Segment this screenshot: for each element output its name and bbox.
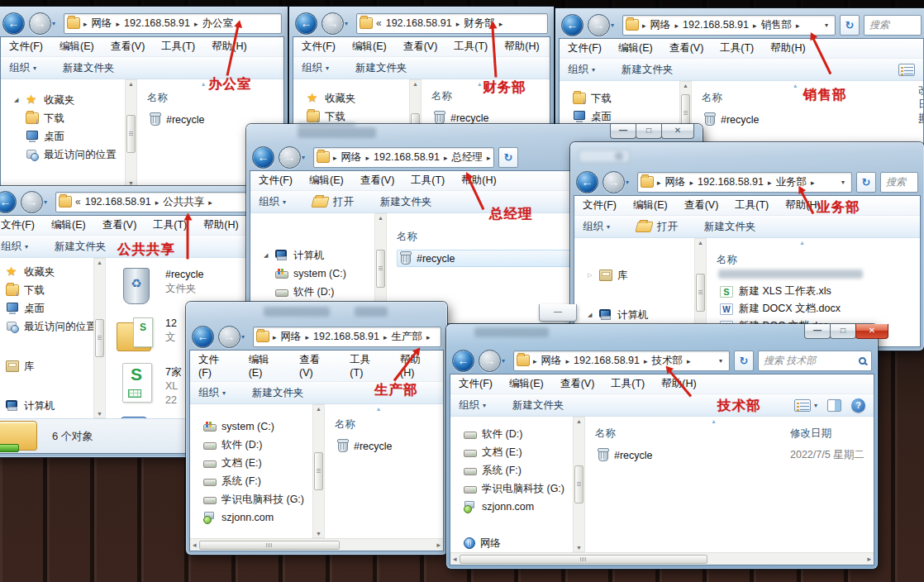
file-xls[interactable]: 新建 XLS 工作表.xls [717, 283, 917, 300]
crumb-ip[interactable]: 192.168.58.91 [682, 19, 750, 31]
file-recycle[interactable]: #recycle2022/7/5 星期二 [595, 446, 870, 464]
crumb-network[interactable]: 网络 [650, 18, 672, 32]
expander-icon[interactable] [14, 97, 21, 103]
sidebar-item-libraries[interactable]: 库 [0, 357, 93, 375]
scroll-left-icon[interactable] [193, 541, 197, 549]
back-button[interactable] [192, 326, 214, 348]
refresh-button[interactable] [734, 351, 754, 371]
column-name[interactable]: 名称 [595, 427, 616, 441]
forward-button[interactable] [21, 191, 43, 213]
sidebar-item-network[interactable]: 网络 [450, 534, 573, 552]
crumb-ip[interactable]: 192.168.58.91 [123, 17, 191, 29]
history-dropdown-icon[interactable] [626, 179, 633, 186]
forward-button[interactable] [479, 350, 501, 372]
address-dropdown-icon[interactable] [837, 179, 849, 186]
menu-view[interactable]: 查看(V) [111, 40, 145, 54]
file-docx[interactable]: 新建 DOCX 文档.docx [717, 300, 917, 317]
scroll-right-icon[interactable] [436, 541, 441, 549]
back-button[interactable] [295, 12, 317, 35]
history-dropdown-icon[interactable] [345, 20, 352, 27]
back-button[interactable] [452, 350, 474, 372]
back-button[interactable] [576, 171, 598, 193]
sidebar-item-szjonn[interactable]: szjonn.com [190, 508, 312, 527]
scroll-down-icon[interactable] [316, 531, 321, 537]
title-bar[interactable]: — □ ✕ [450, 324, 874, 347]
sidebar-item-libraries[interactable]: 库 [574, 266, 694, 284]
scroll-thumb[interactable] [574, 465, 583, 503]
sidebar-item-desktop[interactable]: 桌面 [1, 127, 125, 146]
menu-view[interactable]: 查看(V) [560, 377, 595, 391]
menu-help[interactable]: 帮助(H) [203, 218, 238, 232]
expander-icon[interactable] [588, 312, 594, 318]
crumb-folder[interactable]: 销售部 [760, 18, 793, 32]
menu-help[interactable]: 帮助(H) [770, 41, 805, 55]
address-bar[interactable]: 网络 192.168.58.91 业务部 [637, 172, 852, 193]
scroll-up-icon[interactable] [698, 240, 703, 246]
scrollbar-vertical[interactable] [93, 258, 106, 418]
column-name[interactable]: 名称 [335, 417, 355, 432]
sidebar-item-recent[interactable]: 最近访问的位置 [1, 146, 125, 164]
new-folder-button[interactable]: 新建文件夹 [55, 240, 107, 254]
address-dropdown-icon[interactable] [821, 21, 832, 29]
back-button[interactable] [0, 191, 17, 213]
sidebar-item-drive-c[interactable]: system (C:) [190, 417, 312, 436]
refresh-button[interactable] [840, 15, 860, 36]
menu-view[interactable]: 查看(V) [403, 40, 438, 54]
new-folder-button[interactable]: 新建文件夹 [252, 386, 304, 400]
sidebar-item-drive-e[interactable]: 文档 (E:) [190, 454, 312, 472]
sidebar-item-drive-f[interactable]: 系统 (F:) [450, 461, 573, 479]
refresh-button[interactable] [498, 147, 518, 168]
forward-button[interactable] [321, 12, 344, 35]
sidebar-item-drive-d[interactable]: 软件 (D:) [190, 436, 312, 454]
view-mode-button[interactable] [794, 399, 817, 412]
sidebar-item-favorites[interactable]: 收藏夹 [1, 91, 125, 109]
sidebar-item-computer[interactable]: 计算机 [574, 306, 694, 324]
new-folder-button[interactable]: 新建文件夹 [63, 61, 115, 75]
scroll-up-icon[interactable] [97, 260, 102, 265]
menu-view[interactable]: 查看(V) [299, 353, 333, 379]
crumb-overflow-icon[interactable] [373, 17, 385, 29]
file-recycle[interactable]: #recycle [335, 437, 440, 455]
address-bar[interactable]: 192.168.58.91 财务部 [356, 13, 548, 34]
column-name[interactable]: 名称 [431, 89, 452, 103]
sidebar-item-desktop[interactable]: 桌面 [0, 299, 93, 317]
new-folder-button[interactable]: 新建文件夹 [622, 63, 674, 77]
help-icon[interactable] [851, 398, 865, 413]
scroll-up-icon[interactable] [316, 406, 321, 412]
address-bar[interactable]: 网络 192.168.58.91 总经理 [313, 147, 494, 168]
scrollbar-vertical[interactable] [125, 79, 137, 188]
forward-button[interactable] [218, 326, 241, 348]
menu-file[interactable]: 文件(F) [259, 174, 293, 188]
menu-help[interactable]: 帮助(H) [212, 40, 246, 54]
address-bar[interactable]: 网络 192.168.58.91 销售部 [622, 15, 836, 36]
sidebar-item-computer[interactable]: 计算机 [0, 397, 93, 415]
history-dropdown-icon[interactable] [611, 21, 618, 29]
organize-button[interactable]: 组织 [459, 398, 486, 413]
title-bar[interactable] [189, 302, 444, 323]
expander-icon[interactable] [588, 272, 594, 279]
column-name[interactable]: 名称 [702, 91, 722, 105]
scroll-thumb[interactable] [376, 250, 385, 288]
view-mode-icon[interactable] [898, 64, 915, 76]
scroll-thumb[interactable] [696, 274, 705, 312]
menu-edit[interactable]: 编辑(E) [309, 174, 344, 188]
crumb-network[interactable]: 网络 [664, 175, 687, 189]
sidebar-item-szjonn[interactable]: szjonn.com [450, 498, 573, 516]
menu-tools[interactable]: 工具(T) [454, 40, 488, 54]
ghost-minimize-button[interactable]: — [539, 304, 577, 322]
sidebar-item-drive-f[interactable]: 系统 (F:) [190, 472, 312, 490]
sidebar-item-drive-c[interactable]: system (C:) [250, 265, 374, 283]
scrollbar-horizontal[interactable] [190, 538, 443, 551]
menu-tools[interactable]: 工具(T) [720, 41, 754, 55]
crumb-ip[interactable]: 192.168.58.91 [84, 196, 152, 208]
sidebar-item-computer[interactable]: 计算机 [250, 246, 374, 265]
menu-tools[interactable]: 工具(T) [611, 377, 645, 391]
scroll-right-icon[interactable] [867, 555, 871, 563]
menu-edit[interactable]: 编辑(E) [618, 41, 653, 55]
scroll-thumb[interactable] [460, 555, 707, 564]
menu-tools[interactable]: 工具(T) [411, 174, 445, 188]
organize-button[interactable]: 组织 [198, 386, 226, 400]
back-button[interactable] [252, 146, 274, 169]
crumb-network[interactable]: 网络 [91, 17, 113, 31]
new-folder-button[interactable]: 新建文件夹 [380, 195, 432, 209]
